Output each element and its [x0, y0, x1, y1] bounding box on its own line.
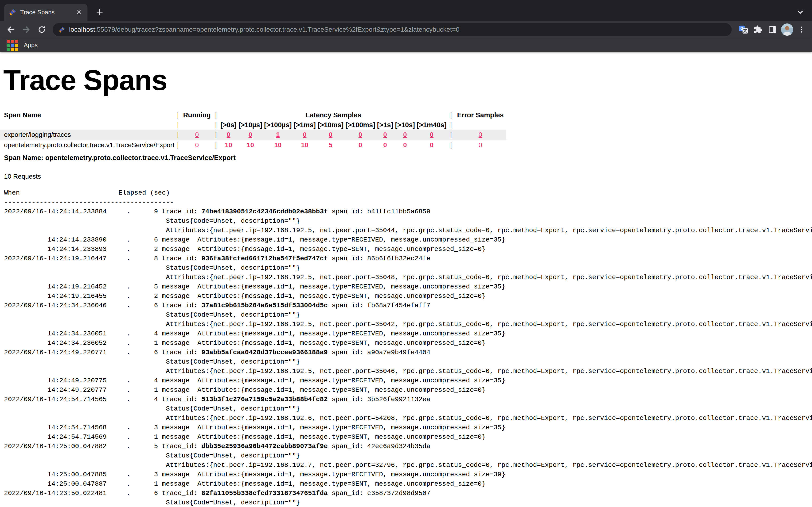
empty-cell	[182, 120, 212, 129]
trace-id: 936fa38fcfed661712ba547f5ed747cf	[201, 255, 328, 262]
event-row: 14:24:14.233890 . 6 message Attributes:{…	[4, 235, 812, 244]
tab-close-icon[interactable]	[75, 8, 83, 16]
latency-sample-cell: 10	[219, 140, 238, 150]
url-path: :55679/debug/tracez?zspanname=openteleme…	[95, 26, 460, 33]
trace-id: dbb35e25936a90b4472cabb89073af9e	[201, 443, 328, 450]
url-text: localhost:55679/debug/tracez?zspanname=o…	[69, 26, 460, 33]
running-count-link[interactable]: 0	[195, 131, 199, 138]
latency-bucket-label: [>10µs]	[238, 120, 263, 129]
new-tab-button[interactable]	[94, 6, 106, 18]
latency-sample-cell: 0	[345, 129, 376, 140]
column-separator: |	[212, 129, 219, 140]
sample-count-link[interactable]: 0	[383, 131, 387, 138]
error-count-link[interactable]: 0	[478, 141, 483, 149]
bucket-header-row: ||[>0s][>10µs][>100µs][>1ms][>10ms][>100…	[0, 120, 506, 129]
sample-count-link[interactable]: 0	[383, 141, 387, 149]
latency-sample-cell: 0	[376, 129, 394, 140]
latency-bucket-label: [>100µs]	[263, 120, 293, 129]
url-bar[interactable]: localhost:55679/debug/tracez?zspanname=o…	[53, 23, 732, 36]
col-error-samples: Error Samples	[455, 110, 506, 120]
sample-count-link[interactable]: 0	[403, 131, 407, 138]
latency-sample-cell: 1	[263, 129, 293, 140]
column-separator: |	[212, 120, 219, 129]
sample-count-link[interactable]: 1	[276, 131, 280, 138]
latency-bucket-label: [>100ms]	[345, 120, 376, 129]
apps-bookmark[interactable]: Apps	[24, 42, 38, 49]
sample-count-link[interactable]: 0	[403, 141, 407, 149]
sample-count-link[interactable]: 0	[430, 131, 434, 138]
empty-cell	[455, 120, 506, 129]
col-running: Running	[182, 110, 212, 120]
status-row: Status{Code=Unset, description=""}	[4, 216, 812, 226]
profile-avatar[interactable]	[781, 23, 793, 36]
tracez-page: Trace Spans Span Name | Running | Latenc…	[0, 64, 812, 507]
running-count-cell: 0	[182, 129, 212, 140]
span-name-cell: opentelemetry.proto.collector.trace.v1.T…	[0, 140, 174, 150]
sample-count-link[interactable]: 0	[227, 131, 231, 138]
sample-count-link[interactable]: 0	[249, 131, 252, 138]
forward-icon[interactable]	[20, 23, 33, 36]
translate-icon[interactable]: G	[737, 23, 750, 36]
running-count-link[interactable]: 0	[195, 141, 199, 149]
requests-log: When Elapsed (sec)----------------------…	[4, 188, 812, 507]
event-row: 14:24:49.220777 . 1 message Attributes:{…	[4, 385, 812, 395]
selected-span-name: Span Name: opentelemetry.proto.collector…	[4, 154, 812, 162]
attributes-row: Attributes:{net.peer.ip=192.168.192.5, n…	[4, 320, 812, 329]
latency-sample-cell: 0	[416, 129, 448, 140]
latency-sample-cell: 0	[293, 129, 317, 140]
bookmarks-bar: Apps	[0, 39, 812, 52]
event-row: 14:25:00.047885 . 3 message Attributes:{…	[4, 470, 812, 479]
attributes-row: Attributes:{net.peer.ip=192.168.192.5, n…	[4, 226, 812, 235]
sample-count-link[interactable]: 10	[301, 141, 308, 149]
column-separator: |	[174, 120, 182, 129]
sample-count-link[interactable]: 10	[225, 141, 232, 149]
side-panel-icon[interactable]	[766, 23, 779, 36]
extensions-puzzle-icon[interactable]	[752, 23, 764, 36]
status-row: Status{Code=Unset, description=""}	[4, 404, 812, 413]
sample-count-link[interactable]: 0	[359, 131, 362, 138]
latency-bucket-label: [>0s]	[219, 120, 238, 129]
log-separator: ----------------------------------------…	[4, 198, 812, 207]
latency-bucket-label: [>10s]	[394, 120, 416, 129]
tab-search-chevron-icon[interactable]	[795, 7, 806, 18]
request-row: 2022/09/16-14:24:14.233884 . 9 trace_id:…	[4, 207, 812, 216]
event-row: 14:24:49.220775 . 4 message Attributes:{…	[4, 376, 812, 385]
latency-sample-cell: 0	[394, 140, 416, 150]
reload-icon[interactable]	[35, 23, 48, 36]
error-count-link[interactable]: 0	[478, 131, 483, 138]
sample-count-link[interactable]: 10	[247, 141, 254, 149]
column-separator: |	[174, 140, 182, 150]
site-telescope-icon	[58, 26, 65, 33]
browser-tab[interactable]: Trace Spans	[4, 4, 87, 21]
column-separator: |	[174, 110, 182, 120]
column-separator: |	[448, 129, 455, 140]
col-span-name: Span Name	[0, 110, 174, 120]
attributes-row: Attributes:{net.peer.ip=192.168.192.5, n…	[4, 367, 812, 376]
running-count-cell: 0	[182, 140, 212, 150]
sample-count-link[interactable]: 0	[430, 141, 434, 149]
empty-cell	[0, 120, 174, 129]
status-row: Status{Code=Unset, description=""}	[4, 310, 812, 320]
sample-count-link[interactable]: 0	[329, 131, 333, 138]
menu-dots-icon[interactable]	[796, 23, 808, 36]
event-row: 14:24:14.233893 . 2 message Attributes:{…	[4, 244, 812, 254]
event-row: 14:24:34.236052 . 1 message Attributes:{…	[4, 338, 812, 348]
requests-count: 10 Requests	[4, 173, 812, 180]
span-name-cell: exporter/logging/traces	[0, 129, 174, 140]
back-icon[interactable]	[4, 23, 17, 36]
trace-id: 513b3f1c276a7159c5a2a33b88b4fc82	[201, 396, 328, 403]
sample-count-link[interactable]: 0	[359, 141, 362, 149]
sample-count-link[interactable]: 10	[274, 141, 282, 149]
sample-count-link[interactable]: 5	[329, 141, 333, 149]
apps-grid-icon[interactable]	[7, 40, 18, 51]
col-latency-samples: Latency Samples	[219, 110, 447, 120]
trace-id: 37a81c9b615b204a6e515df533004d5c	[201, 302, 328, 309]
attributes-row: Attributes:{net.peer.ip=192.168.192.7, n…	[4, 460, 812, 470]
event-row: 14:24:34.236051 . 4 message Attributes:{…	[4, 329, 812, 338]
trace-id: 93abb5afcaa0428d37bccee9366188a9	[201, 349, 328, 356]
column-separator: |	[212, 110, 219, 120]
event-row: 14:25:00.047887 . 1 message Attributes:{…	[4, 479, 812, 489]
latency-sample-cell: 0	[416, 140, 448, 150]
column-separator: |	[448, 110, 455, 120]
sample-count-link[interactable]: 0	[303, 131, 307, 138]
